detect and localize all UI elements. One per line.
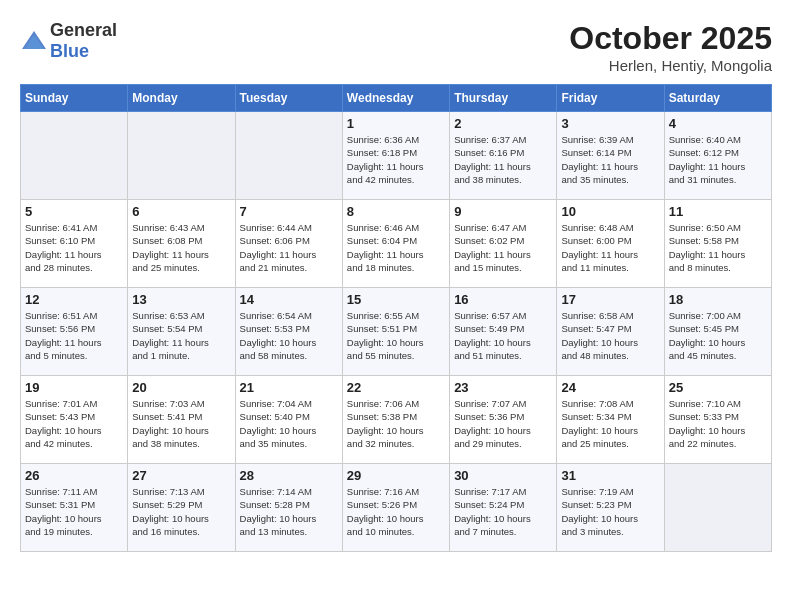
day-info: Sunrise: 6:58 AM Sunset: 5:47 PM Dayligh…: [561, 309, 659, 362]
calendar-cell: 6Sunrise: 6:43 AM Sunset: 6:08 PM Daylig…: [128, 200, 235, 288]
day-number: 19: [25, 380, 123, 395]
weekday-header-wednesday: Wednesday: [342, 85, 449, 112]
calendar-cell: 11Sunrise: 6:50 AM Sunset: 5:58 PM Dayli…: [664, 200, 771, 288]
calendar-cell: 28Sunrise: 7:14 AM Sunset: 5:28 PM Dayli…: [235, 464, 342, 552]
day-number: 15: [347, 292, 445, 307]
weekday-header-monday: Monday: [128, 85, 235, 112]
day-number: 16: [454, 292, 552, 307]
calendar-subtitle: Herlen, Hentiy, Mongolia: [569, 57, 772, 74]
day-number: 4: [669, 116, 767, 131]
day-number: 11: [669, 204, 767, 219]
day-number: 30: [454, 468, 552, 483]
day-info: Sunrise: 7:10 AM Sunset: 5:33 PM Dayligh…: [669, 397, 767, 450]
day-info: Sunrise: 6:48 AM Sunset: 6:00 PM Dayligh…: [561, 221, 659, 274]
day-number: 26: [25, 468, 123, 483]
calendar-table: SundayMondayTuesdayWednesdayThursdayFrid…: [20, 84, 772, 552]
day-number: 28: [240, 468, 338, 483]
day-info: Sunrise: 6:47 AM Sunset: 6:02 PM Dayligh…: [454, 221, 552, 274]
calendar-cell: 15Sunrise: 6:55 AM Sunset: 5:51 PM Dayli…: [342, 288, 449, 376]
day-number: 9: [454, 204, 552, 219]
calendar-cell: 16Sunrise: 6:57 AM Sunset: 5:49 PM Dayli…: [450, 288, 557, 376]
calendar-cell: 9Sunrise: 6:47 AM Sunset: 6:02 PM Daylig…: [450, 200, 557, 288]
page-header: General Blue October 2025 Herlen, Hentiy…: [20, 20, 772, 74]
calendar-cell: [664, 464, 771, 552]
calendar-title: October 2025: [569, 20, 772, 57]
day-info: Sunrise: 6:46 AM Sunset: 6:04 PM Dayligh…: [347, 221, 445, 274]
day-info: Sunrise: 7:03 AM Sunset: 5:41 PM Dayligh…: [132, 397, 230, 450]
weekday-header-tuesday: Tuesday: [235, 85, 342, 112]
day-number: 25: [669, 380, 767, 395]
calendar-week-1: 1Sunrise: 6:36 AM Sunset: 6:18 PM Daylig…: [21, 112, 772, 200]
calendar-cell: 10Sunrise: 6:48 AM Sunset: 6:00 PM Dayli…: [557, 200, 664, 288]
logo-general-text: General: [50, 20, 117, 40]
calendar-cell: 27Sunrise: 7:13 AM Sunset: 5:29 PM Dayli…: [128, 464, 235, 552]
day-number: 3: [561, 116, 659, 131]
calendar-cell: 25Sunrise: 7:10 AM Sunset: 5:33 PM Dayli…: [664, 376, 771, 464]
day-info: Sunrise: 7:00 AM Sunset: 5:45 PM Dayligh…: [669, 309, 767, 362]
calendar-week-4: 19Sunrise: 7:01 AM Sunset: 5:43 PM Dayli…: [21, 376, 772, 464]
day-number: 29: [347, 468, 445, 483]
day-number: 7: [240, 204, 338, 219]
day-info: Sunrise: 6:37 AM Sunset: 6:16 PM Dayligh…: [454, 133, 552, 186]
logo-blue-text: Blue: [50, 41, 89, 61]
day-info: Sunrise: 6:50 AM Sunset: 5:58 PM Dayligh…: [669, 221, 767, 274]
calendar-cell: 17Sunrise: 6:58 AM Sunset: 5:47 PM Dayli…: [557, 288, 664, 376]
day-info: Sunrise: 6:54 AM Sunset: 5:53 PM Dayligh…: [240, 309, 338, 362]
day-number: 27: [132, 468, 230, 483]
calendar-week-2: 5Sunrise: 6:41 AM Sunset: 6:10 PM Daylig…: [21, 200, 772, 288]
day-info: Sunrise: 6:40 AM Sunset: 6:12 PM Dayligh…: [669, 133, 767, 186]
calendar-cell: 8Sunrise: 6:46 AM Sunset: 6:04 PM Daylig…: [342, 200, 449, 288]
calendar-cell: 30Sunrise: 7:17 AM Sunset: 5:24 PM Dayli…: [450, 464, 557, 552]
logo-icon: [20, 27, 48, 55]
title-block: October 2025 Herlen, Hentiy, Mongolia: [569, 20, 772, 74]
calendar-cell: 31Sunrise: 7:19 AM Sunset: 5:23 PM Dayli…: [557, 464, 664, 552]
day-number: 24: [561, 380, 659, 395]
calendar-cell: 23Sunrise: 7:07 AM Sunset: 5:36 PM Dayli…: [450, 376, 557, 464]
day-number: 22: [347, 380, 445, 395]
calendar-header: SundayMondayTuesdayWednesdayThursdayFrid…: [21, 85, 772, 112]
day-number: 23: [454, 380, 552, 395]
day-number: 20: [132, 380, 230, 395]
day-number: 12: [25, 292, 123, 307]
calendar-cell: 29Sunrise: 7:16 AM Sunset: 5:26 PM Dayli…: [342, 464, 449, 552]
day-info: Sunrise: 6:41 AM Sunset: 6:10 PM Dayligh…: [25, 221, 123, 274]
calendar-body: 1Sunrise: 6:36 AM Sunset: 6:18 PM Daylig…: [21, 112, 772, 552]
day-info: Sunrise: 6:44 AM Sunset: 6:06 PM Dayligh…: [240, 221, 338, 274]
calendar-cell: 12Sunrise: 6:51 AM Sunset: 5:56 PM Dayli…: [21, 288, 128, 376]
calendar-cell: 1Sunrise: 6:36 AM Sunset: 6:18 PM Daylig…: [342, 112, 449, 200]
day-info: Sunrise: 7:17 AM Sunset: 5:24 PM Dayligh…: [454, 485, 552, 538]
calendar-cell: 19Sunrise: 7:01 AM Sunset: 5:43 PM Dayli…: [21, 376, 128, 464]
day-info: Sunrise: 7:14 AM Sunset: 5:28 PM Dayligh…: [240, 485, 338, 538]
day-info: Sunrise: 7:08 AM Sunset: 5:34 PM Dayligh…: [561, 397, 659, 450]
day-info: Sunrise: 6:53 AM Sunset: 5:54 PM Dayligh…: [132, 309, 230, 362]
calendar-cell: 20Sunrise: 7:03 AM Sunset: 5:41 PM Dayli…: [128, 376, 235, 464]
day-info: Sunrise: 6:39 AM Sunset: 6:14 PM Dayligh…: [561, 133, 659, 186]
calendar-cell: 7Sunrise: 6:44 AM Sunset: 6:06 PM Daylig…: [235, 200, 342, 288]
day-number: 18: [669, 292, 767, 307]
day-info: Sunrise: 7:11 AM Sunset: 5:31 PM Dayligh…: [25, 485, 123, 538]
day-number: 13: [132, 292, 230, 307]
day-number: 17: [561, 292, 659, 307]
calendar-week-5: 26Sunrise: 7:11 AM Sunset: 5:31 PM Dayli…: [21, 464, 772, 552]
calendar-cell: 21Sunrise: 7:04 AM Sunset: 5:40 PM Dayli…: [235, 376, 342, 464]
day-number: 14: [240, 292, 338, 307]
calendar-cell: 22Sunrise: 7:06 AM Sunset: 5:38 PM Dayli…: [342, 376, 449, 464]
day-info: Sunrise: 6:51 AM Sunset: 5:56 PM Dayligh…: [25, 309, 123, 362]
day-number: 2: [454, 116, 552, 131]
weekday-header-friday: Friday: [557, 85, 664, 112]
calendar-cell: 3Sunrise: 6:39 AM Sunset: 6:14 PM Daylig…: [557, 112, 664, 200]
calendar-cell: 14Sunrise: 6:54 AM Sunset: 5:53 PM Dayli…: [235, 288, 342, 376]
calendar-cell: 24Sunrise: 7:08 AM Sunset: 5:34 PM Dayli…: [557, 376, 664, 464]
calendar-cell: 5Sunrise: 6:41 AM Sunset: 6:10 PM Daylig…: [21, 200, 128, 288]
day-info: Sunrise: 6:55 AM Sunset: 5:51 PM Dayligh…: [347, 309, 445, 362]
day-info: Sunrise: 6:36 AM Sunset: 6:18 PM Dayligh…: [347, 133, 445, 186]
weekday-header-thursday: Thursday: [450, 85, 557, 112]
calendar-cell: [235, 112, 342, 200]
logo: General Blue: [20, 20, 117, 62]
day-info: Sunrise: 7:13 AM Sunset: 5:29 PM Dayligh…: [132, 485, 230, 538]
calendar-cell: 18Sunrise: 7:00 AM Sunset: 5:45 PM Dayli…: [664, 288, 771, 376]
day-number: 8: [347, 204, 445, 219]
day-info: Sunrise: 7:16 AM Sunset: 5:26 PM Dayligh…: [347, 485, 445, 538]
calendar-cell: 13Sunrise: 6:53 AM Sunset: 5:54 PM Dayli…: [128, 288, 235, 376]
calendar-cell: [21, 112, 128, 200]
